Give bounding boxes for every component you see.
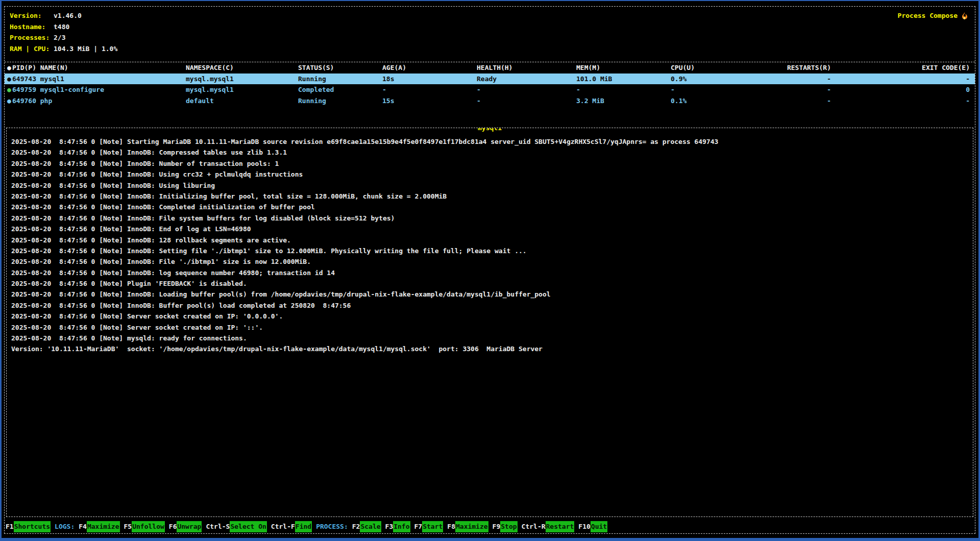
- log-line: 2025-08-20 8:47:56 0 [Note] Server socke…: [11, 311, 969, 322]
- header-panel: Version:v1.46.0 Hostname:t480 Processes:…: [5, 7, 975, 62]
- shortcut-f5-unfollow[interactable]: F5Unfollow: [124, 521, 165, 532]
- cell-exit-code: 0: [966, 84, 970, 95]
- col-cpu[interactable]: CPU(U): [671, 62, 695, 73]
- cell-age: -: [382, 84, 386, 95]
- fire-icon: [961, 12, 969, 20]
- shortcut-label: Unwrap: [177, 521, 202, 532]
- shortcut-key: F5: [124, 521, 132, 532]
- shortcut-key: F4: [79, 521, 87, 532]
- log-line: 2025-08-20 8:47:56 0 [Note] InnoDB: Comp…: [11, 202, 969, 212]
- process-row-php[interactable]: ● 649760 php default Running 15s - 3.2 M…: [5, 95, 975, 107]
- shortcut-label: Quit: [591, 521, 607, 532]
- log-panel[interactable]: mysql1 2025-08-20 8:47:56 0 [Note] Start…: [6, 128, 973, 517]
- ram-cpu-row: RAM | CPU:104.3 MiB | 1.0%: [10, 43, 975, 55]
- log-line: 2025-08-20 8:47:56 0 [Note] InnoDB: 128 …: [11, 235, 969, 245]
- cell-cpu: 0.1%: [671, 95, 687, 107]
- process-section-label: PROCESS:: [316, 521, 348, 532]
- cell-health: -: [477, 95, 481, 107]
- shortcut-ctrl-r-restart[interactable]: Ctrl-RRestart: [522, 521, 575, 532]
- shortcut-f6-unwrap[interactable]: F6Unwrap: [169, 521, 202, 532]
- shortcut-f1-shortcuts[interactable]: F1Shortcuts: [6, 521, 51, 532]
- shortcut-key: F10: [578, 521, 590, 532]
- log-line: 2025-08-20 8:47:56 0 [Note] InnoDB: File…: [11, 213, 969, 224]
- col-age[interactable]: AGE(A): [382, 62, 406, 73]
- process-row-mysql1-configure[interactable]: ● 649759 mysql1-configure mysql.mysql1 C…: [5, 84, 975, 95]
- cell-health: -: [477, 84, 481, 95]
- shortcut-key: F2: [352, 521, 360, 532]
- shortcut-f10-quit[interactable]: F10Quit: [578, 521, 607, 532]
- version-row: Version:v1.46.0: [10, 10, 975, 21]
- cell-namespace: mysql.mysql1: [186, 73, 234, 85]
- shortcut-ctrl-f-find[interactable]: Ctrl-FFind: [271, 521, 312, 532]
- cell-restarts: -: [827, 95, 831, 107]
- shortcut-label: Scale: [360, 521, 381, 532]
- cell-age: 15s: [382, 95, 394, 107]
- shortcut-label: Stop: [500, 521, 517, 532]
- col-exit-code[interactable]: EXIT CODE(E): [922, 62, 970, 73]
- col-restarts[interactable]: RESTARTS(R): [787, 62, 831, 73]
- col-status[interactable]: STATUS(S): [298, 62, 334, 73]
- shortcut-f2-scale[interactable]: F2Scale: [352, 521, 381, 532]
- shortcut-label: Find: [295, 521, 312, 532]
- cell-cpu: 0.9%: [671, 73, 687, 85]
- hostname-row: Hostname:t480: [10, 21, 975, 33]
- hostname-label: Hostname:: [10, 21, 54, 33]
- shortcut-label: Shortcuts: [14, 521, 51, 532]
- cell-cpu: -: [671, 84, 675, 95]
- process-row-mysql1[interactable]: ● 649743 mysql1 mysql.mysql1 Running 18s…: [5, 73, 975, 85]
- log-line: 2025-08-20 8:47:56 0 [Note] InnoDB: Buff…: [11, 300, 969, 311]
- log-line: 2025-08-20 8:47:56 0 [Note] InnoDB: Load…: [11, 289, 969, 300]
- shortcut-f4-maximize[interactable]: F4Maximize: [79, 521, 119, 532]
- log-line: 2025-08-20 8:47:56 0 [Note] InnoDB: Init…: [11, 191, 969, 202]
- cell-restarts: -: [827, 73, 831, 85]
- log-line: 2025-08-20 8:47:56 0 [Note] InnoDB: End …: [11, 224, 969, 234]
- app-title: Process Compose: [898, 10, 969, 21]
- shortcut-f8-maximize[interactable]: F8Maximize: [447, 521, 488, 532]
- log-line: 2025-08-20 8:47:56 0 [Note] InnoDB: Usin…: [11, 169, 969, 180]
- shortcut-label: Maximize: [87, 521, 120, 532]
- cell-mem: 101.0 MiB: [576, 73, 612, 85]
- shortcut-label: Select On: [230, 521, 266, 532]
- shortcut-key: Ctrl-F: [271, 521, 295, 532]
- col-pid-name[interactable]: PID(P) NAME(N): [12, 62, 68, 73]
- log-line: 2025-08-20 8:47:56 0 [Note] InnoDB: Numb…: [11, 158, 969, 169]
- shortcut-label: Maximize: [455, 521, 488, 532]
- cell-namespace: default: [186, 95, 214, 107]
- cell-mem: 3.2 MiB: [576, 95, 604, 107]
- cell-exit-code: -: [966, 73, 970, 85]
- shortcut-label: Start: [422, 521, 443, 532]
- ram-cpu-label: RAM | CPU:: [10, 43, 54, 55]
- log-line: 2025-08-20 8:47:56 0 [Note] Plugin 'FEED…: [11, 278, 969, 289]
- log-panel-title: mysql1: [477, 128, 502, 133]
- shortcut-key: F8: [447, 521, 455, 532]
- log-line: 2025-08-20 8:47:56 0 [Note] InnoDB: File…: [11, 256, 969, 267]
- log-line: 2025-08-20 8:47:56 0 [Note] InnoDB: Usin…: [11, 180, 969, 191]
- hostname-value: t480: [54, 23, 69, 31]
- shortcut-key: F1: [6, 521, 14, 532]
- col-namespace[interactable]: NAMESPACE(C): [186, 62, 234, 73]
- shortcut-key: F6: [169, 521, 177, 532]
- shortcut-f9-stop[interactable]: F9Stop: [493, 521, 518, 532]
- shortcut-ctrl-s-select-on[interactable]: Ctrl-SSelect On: [206, 521, 266, 532]
- shortcut-f3-info[interactable]: F3Info: [385, 521, 410, 532]
- cell-pid-name: 649760 php: [12, 95, 52, 107]
- cell-status: Completed: [298, 84, 334, 95]
- process-table: ● PID(P) NAME(N) NAMESPACE(C) STATUS(S) …: [5, 62, 975, 107]
- process-table-header: ● PID(P) NAME(N) NAMESPACE(C) STATUS(S) …: [5, 62, 975, 73]
- processes-value: 2/3: [54, 34, 65, 41]
- cell-mem: -: [576, 84, 580, 95]
- cell-pid-name: 649759 mysql1-configure: [12, 84, 104, 95]
- log-line: 2025-08-20 8:47:56 0 [Note] InnoDB: Comp…: [11, 147, 969, 158]
- cell-pid-name: 649743 mysql1: [12, 73, 64, 85]
- col-mem[interactable]: MEM(M): [576, 62, 600, 73]
- shortcut-key: F7: [414, 521, 423, 532]
- cell-age: 18s: [382, 73, 394, 85]
- shortcut-f7-start[interactable]: F7Start: [414, 521, 444, 532]
- cell-status: Running: [298, 73, 326, 85]
- status-dot-icon: ●: [7, 84, 11, 95]
- logs-section-label: LOGS:: [55, 521, 75, 532]
- col-health[interactable]: HEALTH(H): [477, 62, 512, 73]
- shortcut-key: F3: [385, 521, 394, 532]
- cell-namespace: mysql.mysql1: [186, 84, 234, 95]
- shortcut-key: Ctrl-S: [206, 521, 230, 532]
